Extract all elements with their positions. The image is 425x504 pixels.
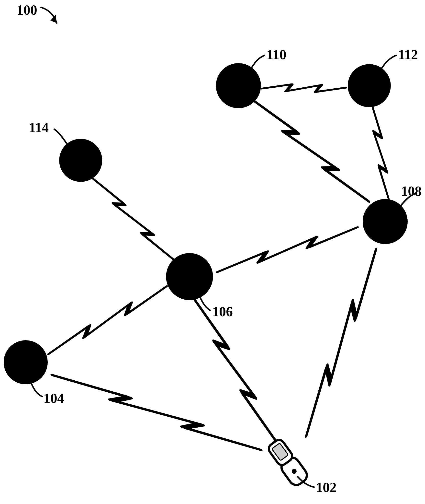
node-112 (348, 64, 391, 107)
link-104-102 (52, 368, 261, 457)
link-110-108 (251, 94, 370, 207)
link-114-106 (90, 173, 176, 265)
figure-ref-100: 100 (17, 2, 57, 23)
label-110: 110 (267, 47, 286, 62)
link-106-108 (216, 225, 359, 274)
link-108-102 (299, 249, 383, 437)
node-110 (216, 63, 261, 108)
label-102: 102 (316, 480, 336, 495)
node-104 (4, 340, 48, 384)
node-106 (166, 253, 213, 300)
label-112: 112 (398, 47, 418, 62)
nodes (4, 63, 408, 384)
wireless-links (46, 83, 391, 457)
link-112-108 (369, 102, 391, 201)
label-106: 106 (212, 304, 233, 319)
device-102 (266, 437, 310, 488)
label-100: 100 (17, 2, 37, 18)
link-106-102 (192, 296, 277, 443)
link-104-106 (46, 284, 170, 356)
network-diagram: 100 (0, 0, 425, 504)
label-108: 108 (401, 184, 422, 199)
callouts: 110 112 114 108 106 104 102 (29, 47, 422, 495)
label-104: 104 (44, 391, 64, 406)
label-114: 114 (29, 120, 49, 135)
link-110-112 (261, 83, 346, 94)
node-114 (59, 139, 102, 182)
